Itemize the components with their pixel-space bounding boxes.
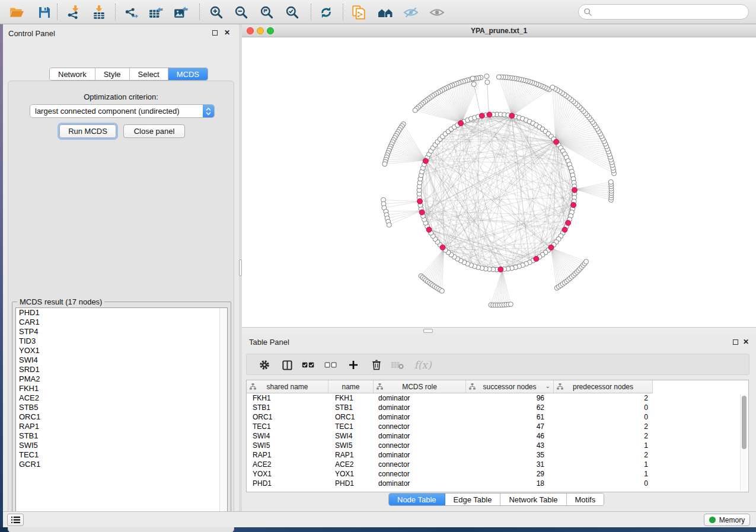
save-button[interactable] [34,2,55,23]
tab-network-table[interactable]: Network Table [500,493,566,505]
select-all-button[interactable] [300,357,317,373]
tab-node-table[interactable]: Node Table [389,493,445,505]
leaf-node[interactable] [485,80,490,85]
zoom-in-button[interactable] [206,2,227,23]
table-cell[interactable]: connector [374,441,466,450]
mcds-dominator-node[interactable] [562,227,567,232]
table-cell[interactable]: 31 [466,460,554,469]
mcds-result-item[interactable]: SRD1 [16,365,227,374]
table-cell[interactable]: PHD1 [247,479,328,488]
table-cell[interactable]: ORC1 [247,412,328,422]
export-network-button[interactable] [122,2,142,23]
table-cell[interactable]: 1 [554,469,653,479]
sort-chevron-icon[interactable]: ⌄ [546,383,550,389]
table-cell[interactable]: FKH1 [328,393,374,403]
mcds-dominator-node[interactable] [419,210,425,215]
mcds-dominator-node[interactable] [509,113,515,118]
leaf-node[interactable] [387,223,391,227]
zoom-fit-button[interactable] [257,2,277,23]
table-cell[interactable]: 0 [554,479,653,488]
mcds-result-item[interactable]: PMA2 [16,374,227,384]
table-cell[interactable]: dominator [374,403,466,412]
network-window-titlebar[interactable]: YPA_prune.txt_1 [242,24,756,37]
table-cell[interactable]: 46 [466,431,554,441]
table-row[interactable]: SWI4SWI4dominator462 [247,431,653,441]
show-all-button[interactable] [427,2,447,23]
tab-style[interactable]: Style [95,68,130,80]
search-input[interactable] [592,6,748,18]
mcds-result-item[interactable]: CAR1 [16,318,227,327]
deselect-all-button[interactable] [323,357,339,373]
table-cell[interactable]: 2 [554,431,653,441]
table-cell[interactable]: 1 [554,441,653,450]
mcds-dominator-node[interactable] [554,139,559,145]
column-header-name[interactable]: name [328,380,374,393]
mcds-result-item[interactable]: RAP1 [16,422,227,431]
table-cell[interactable]: YOX1 [328,469,374,479]
mcds-dominator-node[interactable] [487,112,492,117]
run-mcds-button[interactable]: Run MCDS [59,124,116,138]
table-row[interactable]: PHD1PHD1dominator180 [247,479,653,488]
show-columns-button[interactable] [279,357,295,373]
mcds-dominator-node[interactable] [571,203,576,208]
table-row[interactable]: TEC1TEC1connector472 [247,422,653,431]
table-cell[interactable]: 47 [466,422,554,431]
leaf-node[interactable] [382,162,387,166]
table-cell[interactable]: RAP1 [247,450,328,460]
column-header-shared-name[interactable]: shared name [247,380,328,393]
mcds-result-item[interactable]: STB5 [16,403,227,412]
table-cell[interactable]: dominator [374,431,466,441]
table-cell[interactable]: ACE2 [247,460,328,469]
table-cell[interactable]: dominator [374,412,466,422]
table-cell[interactable]: 96 [466,393,554,403]
leaf-node[interactable] [484,74,489,79]
import-network-button[interactable] [64,2,84,23]
table-row[interactable]: ORC1ORC1dominator610 [247,412,653,422]
mcds-result-item[interactable]: STB1 [16,431,227,441]
leaf-node[interactable] [471,82,476,86]
mcds-result-item[interactable]: GCR1 [16,460,227,469]
first-neighbors-button[interactable] [375,2,395,23]
network-canvas[interactable] [242,37,756,327]
mcds-dominator-node[interactable] [423,158,428,164]
mcds-result-item[interactable]: FKH1 [16,384,227,393]
close-panel-icon[interactable]: ✕ [743,338,749,346]
table-cell[interactable]: connector [374,460,466,469]
leaf-node[interactable] [413,108,417,113]
mcds-dominator-node[interactable] [458,121,464,126]
table-cell[interactable]: YOX1 [247,469,328,479]
table-row[interactable]: SWI5SWI5connector431 [247,441,653,450]
leaf-node[interactable] [439,289,444,293]
table-cell[interactable]: 35 [466,450,554,460]
table-row[interactable]: YOX1YOX1connector291 [247,469,653,479]
mcds-dominator-node[interactable] [498,267,503,272]
close-panel-icon[interactable]: ✕ [224,28,230,37]
leaf-node[interactable] [470,76,475,81]
export-table-button[interactable] [146,2,166,23]
leaf-node[interactable] [584,259,589,264]
table-cell[interactable]: SWI4 [247,431,328,441]
mcds-result-item[interactable]: SWI4 [16,355,227,365]
table-cell[interactable]: SWI4 [328,431,374,441]
table-cell[interactable]: 61 [466,412,554,422]
mcds-dominator-node[interactable] [566,220,571,226]
zoom-selected-button[interactable] [282,2,302,23]
column-header-MCDS-role[interactable]: MCDS role [374,380,466,393]
open-button[interactable] [7,2,27,23]
table-scrollbar[interactable] [740,395,747,491]
close-panel-button[interactable]: Close panel [123,124,185,138]
table-cell[interactable]: TEC1 [247,422,328,431]
mcds-result-item[interactable]: ACE2 [16,393,227,403]
column-header-predecessor-nodes[interactable]: predecessor nodes [554,380,653,393]
table-cell[interactable]: 0 [554,403,653,412]
table-cell[interactable]: 0 [554,412,653,422]
add-column-button[interactable] [345,357,362,373]
mcds-dominator-node[interactable] [426,227,432,232]
table-cell[interactable]: STB1 [328,403,374,412]
mcds-result-item[interactable]: PHD1 [16,308,227,318]
table-cell[interactable]: dominator [374,450,466,460]
table-row[interactable]: ACE2ACE2connector311 [247,460,653,469]
tab-mcds[interactable]: MCDS [168,68,208,80]
table-cell[interactable]: 43 [466,441,554,450]
table-cell[interactable]: TEC1 [328,422,374,431]
